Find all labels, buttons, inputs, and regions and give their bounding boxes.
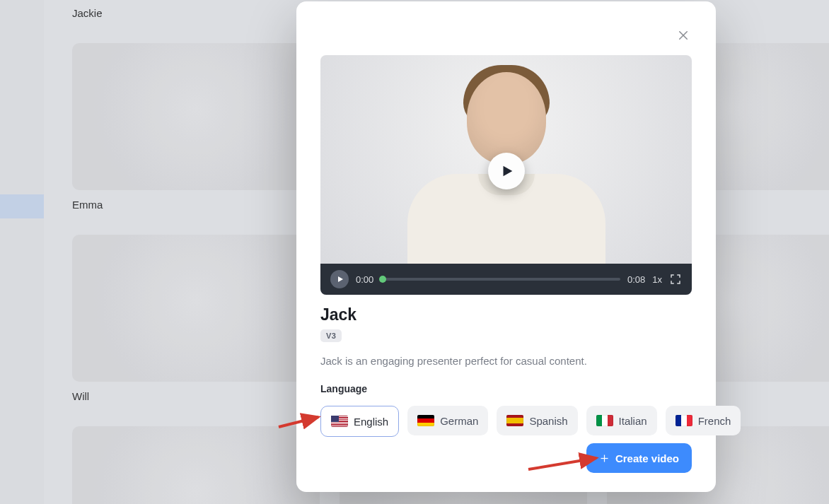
video-controls: 0:00 0:08 1x xyxy=(320,264,692,295)
video-current-time: 0:00 xyxy=(356,274,373,285)
close-button[interactable] xyxy=(675,27,692,44)
play-button[interactable] xyxy=(330,270,349,288)
video-preview[interactable]: 0:00 0:08 1x xyxy=(320,55,692,295)
create-video-label: Create video xyxy=(615,452,679,464)
language-label-text: German xyxy=(440,415,478,427)
plus-icon xyxy=(599,453,610,464)
create-video-button[interactable]: Create video xyxy=(586,443,692,473)
flag-us-icon xyxy=(331,416,348,427)
language-option-italian[interactable]: Italian xyxy=(586,406,657,435)
language-label-text: French xyxy=(698,415,731,427)
page: Jackie Emma xyxy=(0,0,829,504)
fullscreen-icon[interactable] xyxy=(669,273,682,286)
language-label-text: Spanish xyxy=(529,415,567,427)
flag-es-icon xyxy=(506,415,523,426)
language-option-spanish[interactable]: Spanish xyxy=(497,406,577,435)
language-label-text: Italian xyxy=(619,415,647,427)
language-option-french[interactable]: French xyxy=(666,406,741,435)
avatar-detail-modal: 0:00 0:08 1x Jack V3 Jack is an engaging… xyxy=(296,1,716,492)
language-option-english[interactable]: English xyxy=(320,406,399,437)
playback-speed-button[interactable]: 1x xyxy=(652,274,662,285)
avatar-description: Jack is an engaging presenter perfect fo… xyxy=(320,355,692,367)
seek-knob[interactable] xyxy=(379,276,386,283)
language-list: English German Spanish Italian French xyxy=(320,406,741,437)
play-icon xyxy=(499,163,515,179)
flag-fr-icon xyxy=(676,415,692,426)
language-label-text: English xyxy=(354,416,388,428)
language-option-german[interactable]: German xyxy=(407,406,488,435)
version-badge: V3 xyxy=(320,329,342,342)
avatar-title: Jack xyxy=(320,305,356,324)
play-icon xyxy=(336,275,344,283)
flag-it-icon xyxy=(596,415,613,426)
play-overlay-button[interactable] xyxy=(488,153,525,189)
close-icon xyxy=(677,29,690,42)
video-seek-bar[interactable] xyxy=(381,278,620,281)
language-label: Language xyxy=(320,383,367,394)
flag-de-icon xyxy=(417,415,434,426)
video-duration: 0:08 xyxy=(627,274,645,285)
